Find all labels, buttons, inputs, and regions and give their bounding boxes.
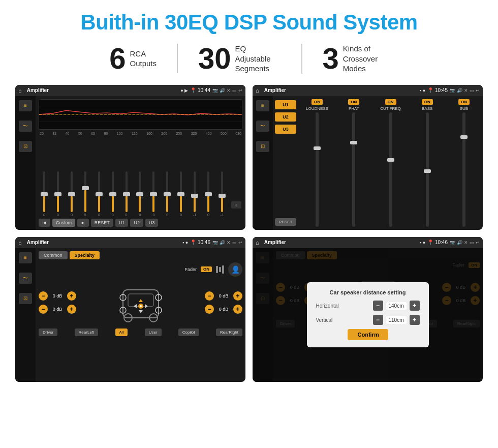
eq-u1-btn[interactable]: U1	[115, 219, 129, 227]
fader-tab-specialty[interactable]: Specialty	[70, 251, 100, 259]
xo-channel-sub: ON SUB	[447, 99, 481, 227]
dialog-vertical-label: Vertical	[316, 317, 333, 323]
eq-freq-labels: 2532405063 80100125160200 25032040050063…	[39, 132, 242, 135]
eq-more-icon[interactable]: »	[231, 201, 241, 208]
eq-reset-btn[interactable]: RESET	[91, 219, 113, 227]
xo-u3-btn[interactable]: U3	[275, 125, 296, 134]
eq-slider-4[interactable]: 5	[81, 171, 90, 217]
fader-rearright-btn[interactable]: RearRight	[216, 328, 242, 336]
dialog-vertical-minus[interactable]: −	[373, 315, 383, 325]
fader-plus-3[interactable]: +	[233, 291, 242, 301]
xo-u1-btn[interactable]: U1	[275, 100, 296, 109]
eq-slider-9[interactable]: 0	[149, 171, 158, 217]
eq-slider-6[interactable]: 0	[108, 171, 117, 217]
dialog-confirm-button[interactable]: Confirm	[348, 329, 388, 340]
svg-marker-14	[139, 299, 143, 302]
fader-copilot-btn[interactable]: Copilot	[178, 328, 199, 336]
dialog-horizontal-stepper[interactable]: − 140cm +	[373, 301, 420, 311]
xo-icon-3[interactable]: ⊡	[256, 141, 269, 152]
screen-fader: ⌂ Amplifier ▪ ● 📍 10:46 📷🔊✕▭↩ ≡ 〜 ⊡ Comm…	[15, 237, 245, 382]
xo-channel-bass: ON BASS	[411, 99, 444, 227]
eq-sliders[interactable]: 0 0 0 5	[39, 137, 242, 217]
dialog-vertical-plus[interactable]: +	[410, 315, 420, 325]
eq-slider-7[interactable]: 0	[122, 171, 131, 217]
xo-presets: U1 U2 U3 RESET	[273, 96, 298, 230]
eq-slider-1[interactable]: 0	[40, 171, 49, 217]
eq-slider-5[interactable]: 0	[95, 171, 104, 217]
xo-u2-btn[interactable]: U2	[275, 112, 296, 122]
eq-icon-3[interactable]: ⊡	[19, 141, 32, 152]
xo-icon-1[interactable]: ≡	[256, 100, 269, 111]
dialog-vertical-value: 110cm	[386, 316, 407, 324]
fader-tabs[interactable]: Common Specialty	[39, 251, 242, 259]
eq-slider-2[interactable]: 0	[53, 171, 63, 217]
xo-bass-slider[interactable]	[426, 112, 429, 227]
eq-play-btn[interactable]: ►	[77, 219, 89, 227]
eq-dots: ● ▶	[180, 88, 188, 93]
eq-icon-2[interactable]: 〜	[19, 121, 32, 132]
stat-crossover: 3 Kinds ofCrossover Modes	[302, 44, 409, 74]
xo-loudness-slider[interactable]	[316, 112, 319, 227]
eq-home-icon[interactable]: ⌂	[18, 87, 22, 94]
eq-prev-btn[interactable]: ◄	[39, 219, 50, 227]
fader-on-badge[interactable]: ON	[201, 266, 212, 272]
eq-graph	[39, 99, 242, 130]
eq-slider-3[interactable]: 0	[67, 171, 76, 217]
fader-plus-4[interactable]: +	[233, 305, 242, 314]
fader-title: Amplifier	[27, 240, 180, 245]
xo-cutfreq-on[interactable]: ON	[385, 99, 396, 105]
dialog-vertical-stepper[interactable]: − 110cm +	[373, 315, 420, 325]
fader-rearleft-btn[interactable]: RearLeft	[75, 328, 99, 336]
eq-u2-btn[interactable]: U2	[130, 219, 143, 227]
fader-minus-4[interactable]: −	[205, 305, 214, 314]
fader-tab-common[interactable]: Common	[39, 251, 68, 259]
fader-left-icons: ≡ 〜 ⊡	[15, 248, 36, 382]
xo-sub-slider[interactable]	[462, 112, 465, 227]
xo-bass-on[interactable]: ON	[422, 99, 433, 105]
fader-icon-3[interactable]: ⊡	[19, 293, 32, 304]
xo-loudness-label: LOUDNESS	[306, 106, 328, 111]
xo-phat-on[interactable]: ON	[348, 99, 359, 105]
dialog-horizontal-minus[interactable]: −	[373, 301, 383, 311]
xo-cutfreq-slider[interactable]	[389, 112, 392, 227]
xo-icon-2[interactable]: 〜	[256, 121, 269, 132]
fader-all-btn[interactable]: All	[115, 328, 128, 336]
fader-minus-2[interactable]: −	[39, 305, 48, 314]
eq-slider-8[interactable]: 0	[135, 171, 144, 217]
xo-loudness-on[interactable]: ON	[312, 99, 323, 105]
xo-reset-btn[interactable]: RESET	[275, 218, 296, 226]
fader-minus-1[interactable]: −	[39, 291, 48, 301]
eq-title: Amplifier	[27, 87, 179, 93]
eq-custom-btn[interactable]: Custom	[52, 219, 75, 227]
fader-plus-2[interactable]: +	[67, 305, 76, 314]
eq-icon-1[interactable]: ≡	[19, 100, 32, 111]
fader-row-btns[interactable]: Driver RearLeft All User Copilot RearRig…	[39, 328, 242, 336]
fader-user-icon[interactable]: 👤	[228, 262, 242, 277]
fader-icon-1[interactable]: ≡	[19, 252, 32, 263]
eq-slider-11[interactable]: 0	[176, 171, 185, 217]
fader-minus-3[interactable]: −	[205, 291, 214, 301]
xo-dots: ▪ ●	[420, 88, 425, 93]
eq-slider-12[interactable]: -1	[190, 171, 199, 217]
xo-home-icon[interactable]: ⌂	[256, 87, 259, 94]
xo-sub-on[interactable]: ON	[458, 99, 470, 105]
fader-time: 📍 10:46	[190, 240, 210, 245]
xo-phat-slider[interactable]	[352, 112, 355, 227]
fader-plus-1[interactable]: +	[67, 291, 76, 301]
fader-user-btn[interactable]: User	[145, 328, 162, 336]
eq-slider-10[interactable]: 0	[163, 171, 172, 217]
screen-crossover: ⌂ Amplifier ▪ ● 📍 10:45 📷🔊✕▭↩ ≡ 〜 ⊡ U1	[253, 85, 483, 230]
fader-home-icon[interactable]: ⌂	[18, 240, 22, 246]
xo-left-icons: ≡ 〜 ⊡	[253, 96, 273, 230]
eq-u3-btn[interactable]: U3	[145, 219, 159, 227]
dialog-horizontal-plus[interactable]: +	[410, 301, 420, 311]
eq-slider-14[interactable]: -1	[217, 171, 227, 217]
fader-driver-btn[interactable]: Driver	[39, 328, 57, 336]
fader-icon-2[interactable]: 〜	[19, 273, 32, 284]
fader-sliders-mini[interactable]	[216, 265, 224, 274]
dialog-home-icon[interactable]: ⌂	[256, 240, 259, 246]
screens-grid: ⌂ Amplifier ● ▶ 📍 10:44 📷🔊✕▭↩ ≡ 〜 ⊡	[15, 85, 483, 382]
eq-bottom-controls[interactable]: ◄ Custom ► RESET U1 U2 U3	[39, 219, 242, 227]
eq-slider-13[interactable]: 0	[204, 171, 213, 217]
fader-db-row-4: − 0 dB +	[205, 305, 242, 314]
